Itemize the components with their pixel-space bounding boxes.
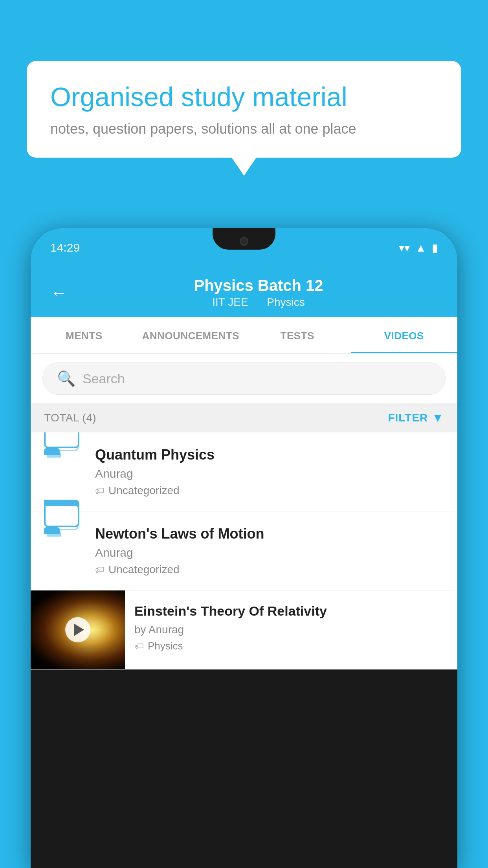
status-icons: ▾▾ ▲ ▮: [399, 241, 438, 254]
video-title: Newton's Laws of Motion: [95, 526, 444, 542]
video-info: Einstein's Theory Of Relativity by Anura…: [125, 590, 457, 664]
tabs: MENTS ANNOUNCEMENTS TESTS VIDEOS: [31, 317, 457, 354]
front-camera: [240, 237, 248, 246]
signal-icon: ▲: [415, 241, 426, 254]
list-item[interactable]: Newton's Laws of Motion Anurag 🏷 Uncateg…: [31, 511, 457, 590]
video-tag: 🏷 Uncategorized: [95, 484, 444, 497]
content-list: Quantum Physics Anurag 🏷 Uncategorized: [31, 432, 457, 669]
video-author: by Anurag: [134, 623, 448, 636]
tag-label: Physics: [148, 640, 183, 652]
header-title-group: Physics Batch 12 IIT JEE Physics: [79, 277, 438, 309]
video-thumbnail: [31, 590, 125, 669]
video-author: Anurag: [95, 467, 444, 480]
folder-icon: [44, 448, 83, 487]
folder-icon: [44, 527, 83, 566]
total-count: TOTAL (4): [44, 412, 96, 424]
back-button[interactable]: ←: [50, 283, 68, 303]
bubble-subtitle: notes, question papers, solutions all at…: [50, 121, 438, 137]
tag-icon: 🏷: [95, 485, 105, 496]
tab-ments[interactable]: MENTS: [31, 317, 138, 353]
search-container: 🔍 Search: [31, 354, 457, 403]
list-item[interactable]: Quantum Physics Anurag 🏷 Uncategorized: [31, 432, 457, 511]
batch-title: Physics Batch 12: [79, 277, 438, 294]
video-tag: 🏷 Physics: [134, 640, 448, 652]
speech-bubble-container: Organised study material notes, question…: [27, 61, 461, 158]
search-bar[interactable]: 🔍 Search: [42, 362, 446, 395]
bubble-title: Organised study material: [50, 81, 438, 112]
filter-button[interactable]: FILTER ▼: [388, 411, 444, 425]
tag-label: Uncategorized: [108, 563, 180, 576]
video-author: Anurag: [95, 546, 444, 559]
app-header: ← Physics Batch 12 IIT JEE Physics: [31, 267, 457, 317]
tag-icon: 🏷: [134, 641, 144, 652]
tag-label: Uncategorized: [108, 484, 180, 497]
tab-announcements[interactable]: ANNOUNCEMENTS: [138, 317, 244, 353]
tab-tests[interactable]: TESTS: [244, 317, 351, 353]
status-time: 14:29: [50, 241, 80, 254]
tab-videos[interactable]: VIDEOS: [351, 317, 458, 353]
subtitle-physics: Physics: [267, 296, 305, 308]
wifi-icon: ▾▾: [399, 241, 410, 254]
phone: 14:29 ▾▾ ▲ ▮ ← Physics Batch 12 IIT JEE …: [31, 228, 457, 868]
play-icon: [74, 623, 84, 636]
status-bar: 14:29 ▾▾ ▲ ▮: [31, 228, 457, 267]
video-tag: 🏷 Uncategorized: [95, 563, 444, 576]
filter-icon: ▼: [432, 411, 444, 425]
list-item[interactable]: Einstein's Theory Of Relativity by Anura…: [31, 590, 457, 669]
video-info: Newton's Laws of Motion Anurag 🏷 Uncateg…: [95, 526, 444, 576]
battery-icon: ▮: [432, 241, 438, 254]
subtitle-iitjee: IIT JEE: [212, 296, 248, 308]
filter-bar: TOTAL (4) FILTER ▼: [31, 403, 457, 432]
play-button[interactable]: [65, 617, 90, 642]
speech-bubble: Organised study material notes, question…: [27, 61, 461, 158]
batch-subtitle: IIT JEE Physics: [79, 296, 438, 309]
filter-label: FILTER: [388, 412, 428, 424]
search-icon: 🔍: [57, 370, 75, 387]
tag-icon: 🏷: [95, 564, 105, 575]
video-info: Quantum Physics Anurag 🏷 Uncategorized: [95, 447, 444, 497]
notch: [213, 228, 275, 250]
search-placeholder: Search: [83, 371, 125, 386]
video-title: Quantum Physics: [95, 447, 444, 463]
video-title: Einstein's Theory Of Relativity: [134, 602, 448, 620]
